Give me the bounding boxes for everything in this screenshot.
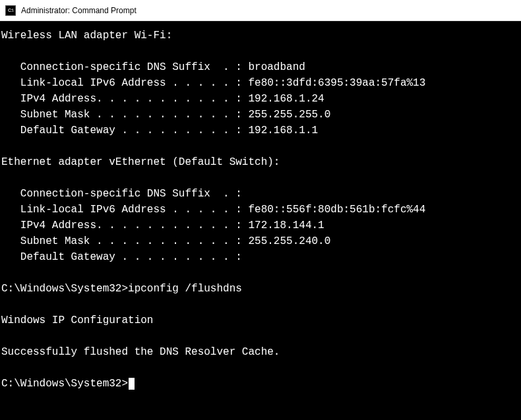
window-title: Administrator: Command Prompt: [21, 6, 137, 15]
row-value: 255.255.240.0: [242, 235, 330, 247]
cursor[interactable]: [129, 378, 135, 390]
row-label: Default Gateway . . . . . . . . . :: [1, 251, 242, 263]
row-value: 192.168.1.1: [242, 125, 318, 136]
row-label: IPv4 Address. . . . . . . . . . . :: [1, 93, 242, 105]
prompt: C:\Windows\System32>: [1, 378, 128, 390]
terminal-output[interactable]: Wireless LAN adapter Wi-Fi: Connection-s…: [0, 21, 521, 420]
row-label: Subnet Mask . . . . . . . . . . . :: [1, 109, 242, 121]
row-value: fe80::3dfd:6395:39aa:57fa%13: [242, 77, 425, 89]
row-label: Connection-specific DNS Suffix . :: [1, 188, 242, 200]
output-line: Successfully flushed the DNS Resolver Ca…: [1, 346, 280, 358]
output-line: Windows IP Configuration: [1, 315, 153, 326]
adapter-header-wifi: Wireless LAN adapter Wi-Fi:: [1, 30, 172, 42]
row-value: fe80::556f:80db:561b:fcfc%44: [242, 204, 425, 216]
prompt: C:\Windows\System32>: [1, 283, 128, 295]
row-value: 192.168.1.24: [242, 93, 324, 105]
adapter-header-ethernet: Ethernet adapter vEthernet (Default Swit…: [1, 156, 280, 168]
row-label: Default Gateway . . . . . . . . . :: [1, 125, 242, 136]
row-value: 255.255.255.0: [242, 109, 330, 121]
cmd-icon: C:\: [5, 5, 16, 16]
row-label: Subnet Mask . . . . . . . . . . . :: [1, 235, 242, 247]
row-value: broadband: [242, 61, 305, 73]
row-label: Link-local IPv6 Address . . . . . :: [1, 204, 242, 216]
row-label: IPv4 Address. . . . . . . . . . . :: [1, 220, 242, 231]
command-input: ipconfig /flushdns: [128, 283, 242, 295]
row-value: 172.18.144.1: [242, 220, 324, 231]
row-label: Link-local IPv6 Address . . . . . :: [1, 77, 242, 89]
row-label: Connection-specific DNS Suffix . :: [1, 61, 242, 73]
window-titlebar[interactable]: C:\ Administrator: Command Prompt: [0, 0, 521, 21]
